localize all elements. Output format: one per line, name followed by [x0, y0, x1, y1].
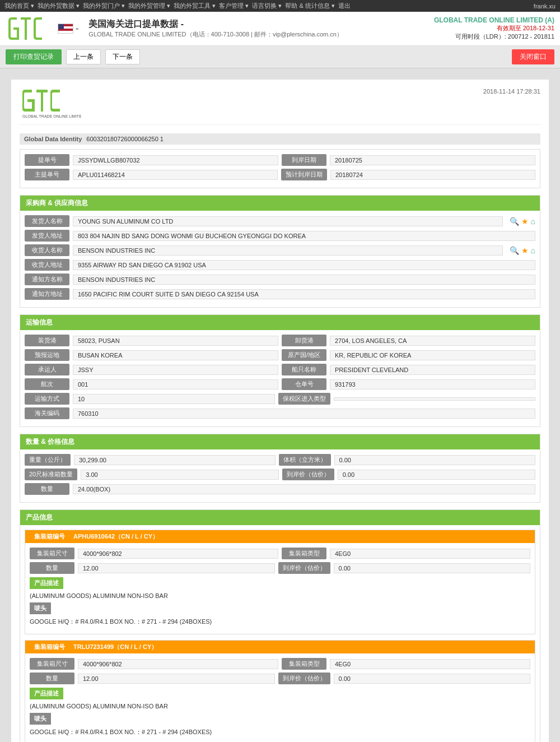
transport-section-content: 装货港 58023, PUSAN 卸货港 2704, LOS ANGELES, … [20, 330, 540, 426]
print-button-top[interactable]: 打印查贸记录 [6, 49, 62, 64]
consignee-search-icon[interactable]: 🔍 [510, 246, 519, 255]
consignee-icons[interactable]: 🔍 ★ ⌂ [510, 246, 535, 255]
nav-language[interactable]: 语言切换 ▾ [252, 2, 282, 10]
quantity-section-content: 重量（公斤） 30,299.00 体积（立方米） 0.00 20尺标准箱数量 3… [20, 449, 540, 502]
close-button-top[interactable]: 关闭窗口 [512, 49, 554, 64]
nav-trade-data[interactable]: 我的外贸数据 ▾ [38, 2, 80, 10]
arrival-date-label: 到岸日期 [282, 154, 326, 166]
discharge-port-value: 2704, LOS ANGELES, CA [330, 336, 535, 346]
container20-label: 20尺标准箱数量 [25, 469, 77, 480]
bill-no-value: JSSYDWLLGB807032 [73, 155, 278, 165]
voyage-row: 预报运地 BUSAN KOREA 原产国/地区 KR, REPUBLIC OF … [25, 349, 535, 361]
c2-size-label: 集装箱尺寸 [30, 658, 74, 670]
bill-no-label: 提单号 [25, 154, 69, 166]
c2-qty-row: 数量 12.00 到岸价（估价） 0.00 [30, 673, 530, 684]
transport-section: 运输信息 装货港 58023, PUSAN 卸货港 2704, LOS ANGE… [20, 314, 540, 427]
nav-portal[interactable]: 我的外贸门户 ▾ [83, 2, 125, 10]
master-bill-row: 主提单号 APLU011468214 预计到岸日期 20180724 [25, 169, 535, 180]
weight-value: 30,299.00 [74, 455, 276, 465]
shipper-section: 采购商 & 供应商信息 发货人名称 YOUNG SUN ALUMINUM CO … [20, 195, 540, 308]
consignee-addr-value: 9355 AIRWAY RD SAN DIEGO CA 91902 USA [73, 260, 535, 270]
c1-size-value: 4000*906*802 [78, 549, 278, 559]
logo-area: GLOBAL TRADE ONLINE LIMITED [6, 15, 53, 42]
container-2-no-label: 集装箱编号 [30, 642, 69, 652]
container-2-content: 集装箱尺寸 4000*906*802 集装箱类型 4EG0 数量 12.00 到… [25, 653, 535, 742]
global-data-identity-row: Global Data Identity 6003201807260000662… [20, 133, 540, 145]
container-count-row: 20尺标准箱数量 3.00 到岸价（估价） 0.00 [25, 469, 535, 480]
gdi-label: Global Data Identity [24, 136, 82, 142]
nav-tools[interactable]: 我的外贸工具 ▾ [174, 2, 216, 10]
container-1-no-value: APHU6910642（CN / L / CY） [73, 533, 158, 540]
c2-size-row: 集装箱尺寸 4000*906*802 集装箱类型 4EG0 [30, 658, 530, 670]
master-bill-value: APLU011468214 [73, 170, 278, 180]
c2-prod-desc-header: 产品描述 [30, 688, 63, 699]
gdi-value: 600320180726000066250 1 [86, 136, 164, 142]
consignee-name-label: 收货人名称 [25, 244, 69, 256]
nav-crm[interactable]: 客户管理 ▾ [219, 2, 249, 10]
company-name: GLOBAL TRADE ONLINE LIMITED (A) [434, 16, 554, 24]
origin-label: 原产国/地区 [282, 349, 326, 361]
bonded-value [334, 397, 536, 401]
consignee-name-row: 收货人名称 BENSON INDUSTRIES INC 🔍 ★ ⌂ [25, 244, 535, 256]
next-button-top[interactable]: 下一条 [105, 49, 140, 64]
warehouse-label: 仓单号 [282, 378, 326, 390]
container-2-no-value: TRLU7231499（CN / L / CY） [73, 643, 157, 650]
vessel-label: 船只名称 [282, 364, 326, 375]
est-arrival-value: 20180724 [330, 170, 535, 180]
top-nav[interactable]: 我的首页 ▾ 我的外贸数据 ▾ 我的外贸门户 ▾ 我的外贸管理 ▾ 我的外贸工具… [4, 2, 351, 10]
flag-separator: - [76, 24, 78, 34]
bill-row: 提单号 JSSYDWLLGB807032 到岸日期 20180725 [25, 154, 535, 166]
nav-management[interactable]: 我的外贸管理 ▾ [128, 2, 170, 10]
transport-section-header: 运输信息 [20, 315, 540, 330]
carrier-row: 承运人 JSSY 船只名称 PRESIDENT CLEVELAND [25, 364, 535, 375]
shipper-star-icon[interactable]: ★ [521, 217, 529, 226]
shipper-home-icon[interactable]: ⌂ [531, 217, 535, 226]
loading-port-label: 装货港 [25, 335, 69, 346]
shipper-icons[interactable]: 🔍 ★ ⌂ [510, 217, 535, 226]
nav-logout[interactable]: 退出 [338, 2, 351, 10]
voyage-label: 航次 [25, 378, 69, 390]
c2-price-value: 0.00 [334, 674, 531, 684]
container-1-no-label: 集装箱编号 [30, 531, 69, 541]
gtc-logo: GLOBAL TRADE ONLINE LIMITED [6, 15, 53, 42]
customs-row: 海关编码 760310 [25, 407, 535, 419]
nav-help[interactable]: 帮助 & 统计信息 ▾ [285, 2, 335, 10]
c1-product-desc-area: 产品描述 (ALUMINUM GOODS) ALUMINUM NON-ISO B… [30, 577, 530, 627]
svg-rect-5 [41, 90, 43, 112]
shipper-search-icon[interactable]: 🔍 [510, 217, 519, 226]
nav-home[interactable]: 我的首页 ▾ [4, 2, 34, 10]
shipper-name-label: 发货人名称 [25, 215, 69, 227]
product-section-content: 集装箱编号 APHU6910642（CN / L / CY） 集装箱尺寸 400… [20, 525, 540, 742]
doc-datetime: 2018-11-14 17:28:31 [483, 88, 540, 95]
arrival-price-value: 0.00 [338, 470, 535, 480]
doc-header: GLOBAL TRADE ONLINE LIMITED 2018-11-14 1… [20, 88, 540, 125]
c1-size-label: 集装箱尺寸 [30, 548, 74, 559]
shipper-section-header: 采购商 & 供应商信息 [20, 196, 540, 211]
master-bill-label: 主提单号 [25, 169, 69, 180]
c1-type-label: 集装箱类型 [282, 548, 326, 559]
pre-voyage-value: BUSAN KOREA [73, 350, 278, 360]
consignee-star-icon[interactable]: ★ [521, 246, 529, 255]
consignee-name-value: BENSON INDUSTRIES INC [73, 245, 503, 256]
volume-value: 0.00 [334, 455, 536, 465]
quantity-section-header: 数量 & 价格信息 [20, 434, 540, 449]
product-section-header: 产品信息 [20, 510, 540, 525]
header-title-area: 美国海关进口提单数据 - GLOBAL TRADE ONLINE LIMITED… [83, 18, 434, 39]
discharge-port-label: 卸货港 [282, 335, 326, 346]
svg-rect-2 [25, 17, 27, 40]
validity: 有效期至 2018-12-31 [434, 24, 554, 33]
c1-prod-desc-header: 产品描述 [30, 577, 63, 589]
arrival-price-label: 到岸价（估价） [282, 469, 334, 480]
notify-addr-row: 通知方地址 1650 PACIFIC RIM COURT SUITE D SAN… [25, 288, 535, 300]
consignee-home-icon[interactable]: ⌂ [531, 246, 535, 255]
c2-price-label: 到岸价（估价） [278, 673, 330, 684]
customs-code-label: 海关编码 [25, 407, 69, 419]
c1-price-value: 0.00 [334, 563, 531, 573]
doc-logo: GLOBAL TRADE ONLINE LIMITED [20, 88, 81, 119]
notify-name-row: 通知方名称 BENSON INDUSTRIES INC [25, 273, 535, 285]
arrival-date-value: 20180725 [330, 155, 535, 165]
top-toolbar: 打印查贸记录 上一条 下一条 关闭窗口 [0, 46, 560, 68]
prev-button-top[interactable]: 上一条 [66, 49, 101, 64]
c2-marks-header: 唛头 [30, 713, 51, 725]
vessel-value: PRESIDENT CLEVELAND [330, 365, 535, 375]
